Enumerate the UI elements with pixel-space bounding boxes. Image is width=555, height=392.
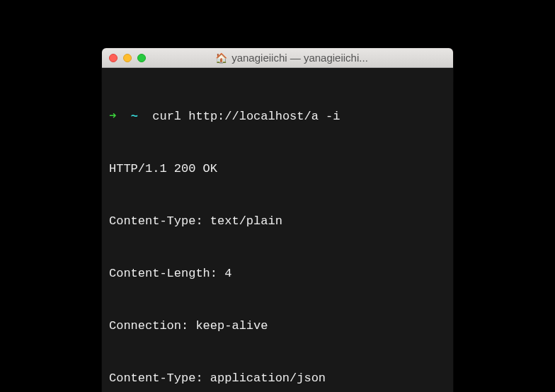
output-line: Content-Length: 4	[109, 265, 446, 283]
prompt-path: ~	[131, 110, 138, 123]
traffic-lights	[109, 54, 146, 62]
output-line: HTTP/1.1 200 OK	[109, 161, 446, 178]
window-title: 🏠 yanagieiichi — yanagieiichi...	[151, 52, 446, 64]
output-line: Content-Type: text/plain	[109, 213, 446, 231]
output-line: Connection: keep-alive	[109, 318, 446, 335]
terminal-body[interactable]: ➜ ~ curl http://localhost/a -i HTTP/1.1 …	[102, 68, 453, 392]
close-icon[interactable]	[109, 54, 118, 62]
title-text: yanagieiichi — yanagieiichi...	[231, 52, 368, 64]
command-text: curl http://localhost/a -i	[152, 110, 340, 123]
titlebar[interactable]: 🏠 yanagieiichi — yanagieiichi...	[102, 48, 453, 68]
zoom-icon[interactable]	[137, 54, 146, 62]
minimize-icon[interactable]	[123, 54, 132, 62]
prompt-arrow-icon: ➜	[109, 110, 116, 123]
home-icon: 🏠	[215, 53, 227, 63]
prompt-line: ➜ ~ curl http://localhost/a -i	[109, 108, 446, 126]
output-line: Content-Type: application/json	[109, 370, 446, 388]
terminal-window: 🏠 yanagieiichi — yanagieiichi... ➜ ~ cur…	[102, 48, 453, 392]
